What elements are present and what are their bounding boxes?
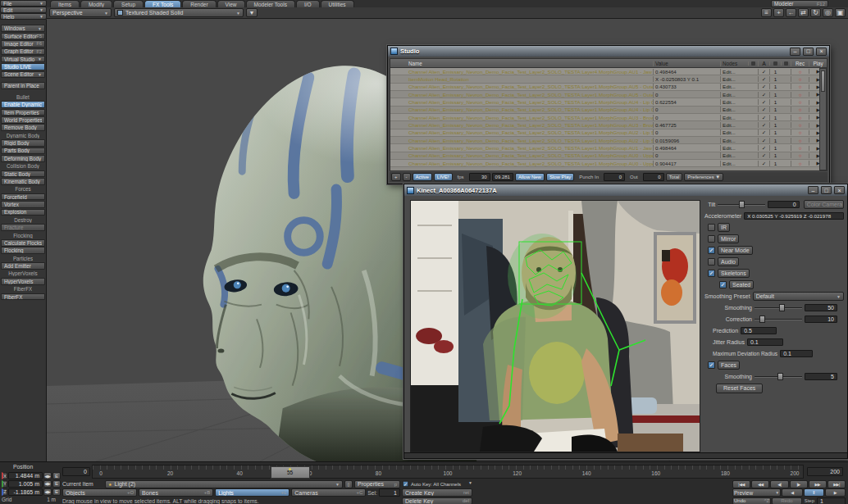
timeline-ruler[interactable]: 020406080100120140160180200 55 xyxy=(92,465,804,479)
sidebar-item[interactable]: HyperVoxels ▼ xyxy=(1,278,45,285)
studio-footer-button[interactable]: + xyxy=(391,173,401,181)
channel-row[interactable]: Channel Alien_Emissary_Nevron_Demo_Facia… xyxy=(390,68,827,75)
record-toggle[interactable]: ○ xyxy=(791,152,809,158)
active-check[interactable]: ✓ xyxy=(758,115,769,120)
channel-row[interactable]: Channel Alien_Emissary_Nevron_Demo_Facia… xyxy=(390,121,827,129)
position-x-field[interactable]: 1.4844 m xyxy=(8,472,43,479)
active-check[interactable]: ✓ xyxy=(758,84,769,89)
prediction-value[interactable]: 0.5 xyxy=(741,327,777,334)
file-menu[interactable]: File▼ xyxy=(0,0,47,7)
smoothing-preset-dropdown[interactable]: Default ▼ xyxy=(753,292,844,301)
sidebar-item[interactable]: Static Body ▼ xyxy=(1,170,45,178)
undo-button[interactable]: Undo^Z xyxy=(732,497,771,504)
tab[interactable]: FX Tools xyxy=(144,0,181,7)
view-mode-dropdown[interactable]: Perspective▼ xyxy=(49,8,112,17)
channel-value[interactable]: 0.467725 xyxy=(653,122,720,128)
channel-value[interactable]: 0 xyxy=(653,107,720,112)
reset-faces-button[interactable]: Reset Faces xyxy=(716,384,763,393)
sidebar-item[interactable]: Item Properties ▼ xyxy=(1,109,45,116)
sidebar-item[interactable]: Forcefield ▼ xyxy=(1,193,45,201)
toggle-button[interactable]: Mirror xyxy=(718,234,739,243)
studio-footer-button[interactable]: Total xyxy=(666,173,683,181)
record-toggle[interactable]: ○ xyxy=(791,69,809,75)
tab[interactable]: I/O xyxy=(296,0,320,7)
channel-value[interactable]: 0 xyxy=(653,152,720,158)
sidebar-item[interactable]: Parts Body ▼ xyxy=(1,148,45,155)
sidebar-item[interactable]: Flocking ▼ xyxy=(1,247,45,254)
minimize-button[interactable]: – xyxy=(808,186,818,194)
correction-value[interactable]: 10 xyxy=(805,316,837,323)
maximize-button[interactable]: □ xyxy=(821,186,832,194)
channel-row[interactable]: ItemMotion Head_Rotation X -0.0250803 Y … xyxy=(390,75,827,83)
minimize-button[interactable]: – xyxy=(790,48,800,56)
transport-button[interactable]: ▶▶| xyxy=(827,480,846,488)
tab[interactable]: Modeler Tools xyxy=(246,0,295,7)
active-check[interactable]: ✓ xyxy=(758,129,769,135)
checkbox[interactable] xyxy=(708,258,715,266)
studio-footer-button[interactable]: Preferences ▼ xyxy=(684,173,723,181)
toggle-button[interactable]: Skeletons xyxy=(718,269,750,278)
studio-footer-button[interactable]: - xyxy=(403,173,411,181)
active-check[interactable]: ✓ xyxy=(758,69,769,75)
frame-start-field[interactable]: 0 xyxy=(62,467,90,476)
frame-end-field[interactable]: 200 xyxy=(807,467,843,476)
active-check[interactable]: ✓ xyxy=(758,122,769,128)
item-type-button[interactable]: Cameras +C xyxy=(291,488,366,497)
play-reverse-button[interactable]: ◀ xyxy=(782,488,802,497)
pause-button[interactable]: II xyxy=(804,488,824,497)
help-menu[interactable]: Help▼ xyxy=(0,13,47,20)
spinner-x[interactable]: ◀▶ xyxy=(43,472,52,479)
correction-slider[interactable] xyxy=(755,316,802,323)
tab[interactable]: Modify xyxy=(80,0,112,7)
channel-row[interactable]: Channel Alien_Emissary_Nevron_Demo_Facia… xyxy=(390,107,827,114)
sidebar-item[interactable]: Vortex ▼ xyxy=(1,201,45,208)
faces-smoothing-value[interactable]: 5 xyxy=(805,373,837,380)
viewport-options-dropdown[interactable]: ▼ xyxy=(246,8,258,17)
sidebar-item[interactable]: Studio LIVE ▼ xyxy=(1,63,45,70)
studio-footer-button[interactable]: Active xyxy=(413,173,432,181)
timeline-scrubber[interactable]: 55 xyxy=(271,466,310,479)
viewport-nav-icon[interactable]: ◎ xyxy=(823,8,833,17)
shading-mode-dropdown[interactable]: Textured Shaded Solid▼ xyxy=(114,8,244,17)
sidebar-item[interactable]: World Properties ▼ xyxy=(1,116,45,124)
checkbox[interactable] xyxy=(708,247,715,254)
channel-value[interactable]: 0.498464 xyxy=(653,69,720,75)
tab[interactable]: Render xyxy=(182,0,216,7)
sidebar-item[interactable]: Add Emitter ▼ xyxy=(1,262,45,270)
record-toggle[interactable]: ○ xyxy=(791,84,809,89)
studio-footer-button[interactable]: fps xyxy=(454,173,467,181)
preview-dropdown[interactable]: Preview▼ xyxy=(732,488,781,497)
checkbox[interactable] xyxy=(719,281,727,288)
envelope-y-button[interactable]: E xyxy=(52,480,61,488)
record-toggle[interactable]: ○ xyxy=(791,76,809,82)
record-toggle[interactable]: ○ xyxy=(791,129,809,135)
item-type-button[interactable]: Bones +B xyxy=(139,488,213,497)
active-check[interactable]: ✓ xyxy=(758,138,769,143)
active-check[interactable]: ✓ xyxy=(758,145,769,151)
studio-footer-button[interactable]: Punch In xyxy=(576,173,602,181)
checkbox[interactable] xyxy=(708,224,715,231)
channel-value[interactable]: 0.0159096 xyxy=(653,138,720,143)
edit-nodes-button[interactable]: Edit... xyxy=(720,69,748,75)
faces-checkbox[interactable] xyxy=(708,361,715,369)
close-button[interactable]: × xyxy=(834,186,845,194)
delete-key-button[interactable]: Delete Keydel xyxy=(402,497,472,504)
edit-nodes-button[interactable]: Edit... xyxy=(720,115,748,120)
sidebar-item[interactable]: Fracture ▼ xyxy=(1,224,45,231)
viewport-nav-icon[interactable]: ▣ xyxy=(835,8,846,17)
step-value[interactable]: 1 xyxy=(817,497,846,504)
checkbox[interactable] xyxy=(708,270,715,277)
transport-button[interactable]: |◀◀ xyxy=(732,480,750,488)
studio-footer-button[interactable]: Out xyxy=(627,173,641,181)
channel-value[interactable]: 0 xyxy=(653,115,720,120)
edit-nodes-button[interactable]: Edit... xyxy=(720,138,748,143)
tilt-slider[interactable] xyxy=(718,201,765,208)
tab[interactable]: Utilities xyxy=(321,0,354,7)
edit-nodes-button[interactable]: Edit... xyxy=(720,84,748,89)
channel-row[interactable]: Channel Alien_Emissary_Nevron_Demo_Facia… xyxy=(390,137,827,144)
viewport-nav-icon[interactable]: ≡ xyxy=(761,8,772,17)
sidebar-item[interactable]: FiberFX ▼ xyxy=(1,293,45,301)
modeler-button[interactable]: Modeler F12 xyxy=(771,0,828,7)
smoothing-slider[interactable] xyxy=(755,304,802,311)
close-button[interactable]: × xyxy=(816,48,827,56)
